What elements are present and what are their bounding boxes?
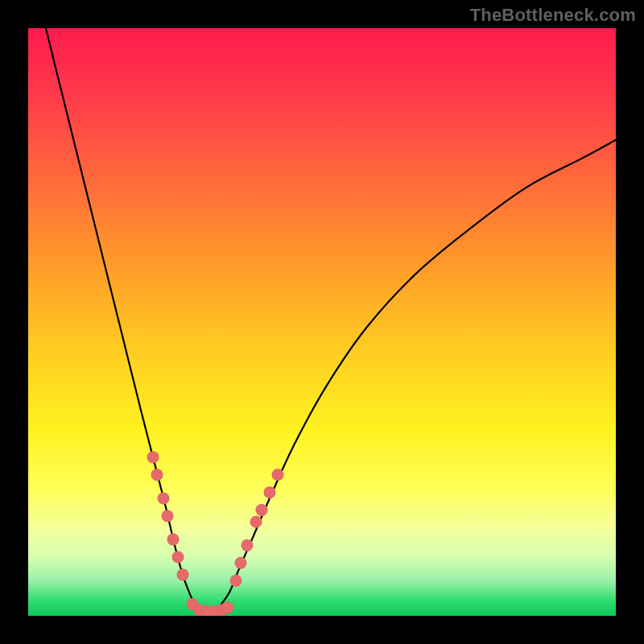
data-dot: [151, 469, 163, 481]
data-dot: [242, 539, 254, 551]
data-dot: [250, 516, 262, 528]
data-dot: [147, 451, 159, 463]
data-dot: [158, 493, 170, 505]
curve-right-curve: [221, 140, 616, 605]
data-dot: [230, 575, 242, 587]
data-dot: [272, 469, 284, 481]
curve-left-curve: [46, 28, 200, 610]
curve-layer: [46, 28, 616, 613]
data-dot: [264, 486, 276, 498]
data-dot: [162, 510, 174, 522]
data-dot: [235, 557, 247, 569]
plot-area: [28, 28, 616, 616]
chart-frame: TheBottleneck.com: [0, 0, 644, 644]
data-dot: [222, 601, 234, 613]
data-dot: [256, 504, 268, 516]
dot-layer: [147, 451, 284, 616]
data-dot: [177, 568, 189, 580]
data-dot: [167, 534, 180, 546]
data-dot: [172, 551, 184, 564]
watermark-text: TheBottleneck.com: [470, 5, 636, 26]
chart-svg: [28, 28, 616, 616]
